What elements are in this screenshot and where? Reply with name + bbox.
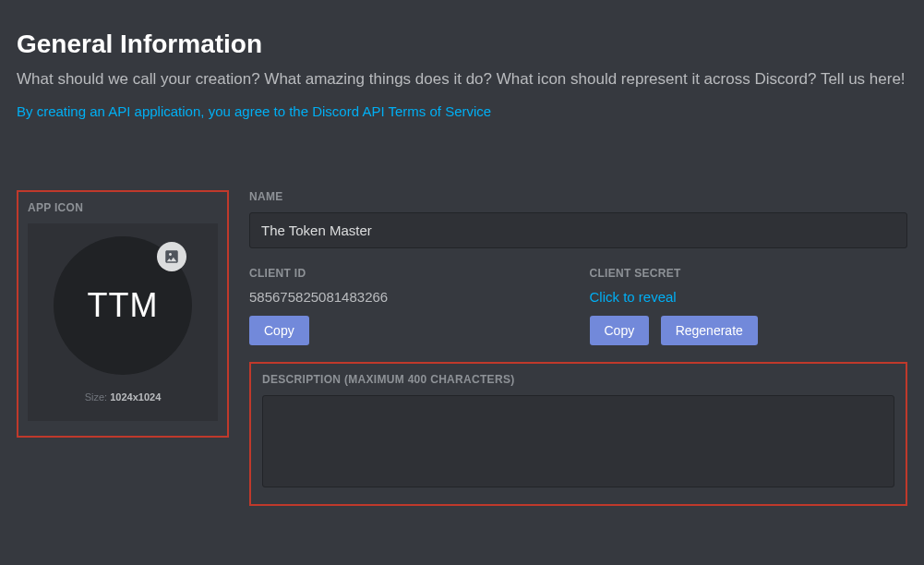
description-label: DESCRIPTION (MAXIMUM 400 CHARACTERS) <box>262 373 894 386</box>
client-id-label: CLIENT ID <box>249 267 568 280</box>
app-icon-panel: APP ICON TTM Size: 1024x1024 <box>17 190 229 438</box>
tos-link[interactable]: By creating an API application, you agre… <box>17 103 491 119</box>
name-label: NAME <box>249 190 907 203</box>
upload-image-icon[interactable] <box>157 242 186 271</box>
name-input[interactable] <box>249 212 907 248</box>
regenerate-secret-button[interactable]: Regenerate <box>661 316 758 345</box>
description-textarea[interactable] <box>262 395 894 487</box>
app-icon-box: TTM Size: 1024x1024 <box>28 223 218 421</box>
page-title: General Information <box>17 30 907 59</box>
copy-client-id-button[interactable]: Copy <box>249 316 309 345</box>
app-icon-label: APP ICON <box>28 201 218 214</box>
description-panel: DESCRIPTION (MAXIMUM 400 CHARACTERS) <box>249 362 907 506</box>
client-secret-label: CLIENT SECRET <box>590 267 908 280</box>
copy-client-secret-button[interactable]: Copy <box>590 316 650 345</box>
app-icon-avatar[interactable]: TTM <box>54 236 192 375</box>
app-icon-size: Size: 1024x1024 <box>41 391 205 403</box>
client-id-value: 585675825081483266 <box>249 289 568 305</box>
page-subtitle: What should we call your creation? What … <box>17 68 907 90</box>
reveal-secret-link[interactable]: Click to reveal <box>590 289 677 305</box>
